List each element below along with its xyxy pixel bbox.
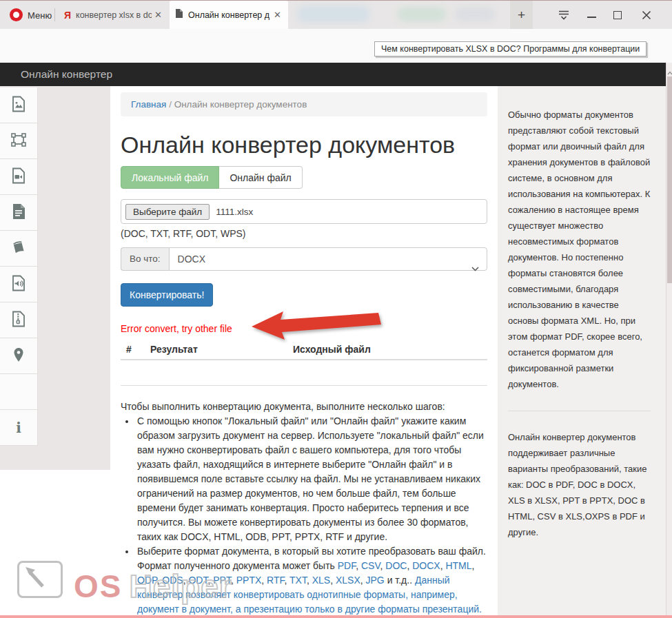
sidebar-item-audio[interactable] [0, 267, 38, 302]
page-scrollbar[interactable] [666, 63, 672, 618]
yandex-favicon-icon: Я [64, 10, 71, 21]
tab-close-icon[interactable]: ✕ [154, 10, 162, 20]
results-table: # Результат Исходный файл [121, 340, 487, 386]
sidebar-item-info[interactable]: i [0, 410, 38, 446]
col-result: Результат [150, 344, 293, 355]
opera-menu-button[interactable]: Меню [28, 10, 52, 21]
info-sidebar: Обычно форматы документов представляют с… [498, 86, 666, 618]
tab-converter-search[interactable]: Я конвертер xlsx в doc ✕ [59, 1, 169, 29]
breadcrumb: Главная / Онлайн конвертер документов [121, 92, 487, 116]
selected-filename: 1111.xlsx [216, 207, 253, 217]
sidebar-item-archives[interactable] [0, 302, 38, 338]
instructions-intro: Чтобы выполнить конвертацию документа, в… [121, 400, 487, 414]
annotation-arrow-icon [250, 308, 385, 345]
sidebar-divider [508, 411, 651, 411]
breadcrumb-home-link[interactable]: Главная [131, 99, 166, 110]
sidebar-item-ebooks[interactable] [0, 231, 38, 267]
site-header: Онлайн конвертер [0, 63, 666, 86]
link-tooltip: Чем конвертировать XLSX в DOC? Программы… [374, 41, 646, 56]
monitor-cursor-icon [17, 561, 63, 598]
audio-file-icon [11, 275, 26, 294]
format-link[interactable]: DOC [385, 560, 407, 571]
tab-local-file[interactable]: Локальный файл [121, 166, 219, 189]
info-icon: i [16, 420, 21, 436]
close-window-button[interactable] [636, 1, 657, 29]
tab-title: Онлайн конвертер д [188, 10, 271, 20]
image-file-icon [11, 96, 26, 115]
ghost-tab [298, 6, 369, 23]
ghost-tab [398, 7, 446, 21]
minimize-button[interactable] [581, 1, 602, 29]
tab-menu-icon[interactable] [558, 10, 569, 23]
sidebar-item-documents[interactable] [0, 195, 38, 231]
format-select-value: DOCX [178, 254, 205, 265]
location-pin-icon [12, 347, 25, 365]
watermark-os-text: OS [74, 568, 122, 605]
col-source-file: Исходный файл [293, 344, 482, 355]
opera-logo-icon[interactable] [10, 8, 23, 21]
sidebar-item-images[interactable] [0, 87, 38, 123]
tab-close-icon[interactable]: ✕ [274, 10, 281, 20]
breadcrumb-current: Онлайн конвертер документов [174, 99, 307, 110]
format-link[interactable]: HTML [445, 560, 471, 571]
ghost-tab [455, 7, 495, 21]
maximize-button[interactable] [607, 1, 628, 29]
page-favicon-icon [175, 8, 183, 21]
sidebar-item-video[interactable] [0, 159, 38, 195]
convert-to-group: Во что: DOCX [121, 247, 487, 271]
format-select[interactable]: DOCX [169, 247, 487, 271]
vector-graphics-icon [10, 132, 27, 150]
format-link[interactable]: XLS [312, 575, 330, 586]
formats-hint: (DOC, TXT, RTF, ODT, WPS) [121, 228, 498, 239]
scrollbar-thumb[interactable] [667, 76, 672, 283]
sidebar-paragraph-1: Обычно форматы документов представляют с… [508, 107, 651, 392]
results-table-empty-row [121, 360, 487, 386]
archive-file-icon [11, 311, 26, 330]
file-input[interactable]: Выберите файл 1111.xlsx [121, 199, 487, 224]
format-link[interactable]: PDF [338, 560, 356, 571]
sidebar-item-vector[interactable] [0, 123, 38, 159]
document-file-icon [11, 203, 26, 223]
sidebar-item-empty [0, 374, 38, 410]
format-link[interactable]: RTF [267, 575, 284, 586]
tabbar-divider [54, 8, 55, 21]
ebook-icon [10, 239, 27, 258]
format-link[interactable]: DOCX [412, 560, 440, 571]
tab-online-converter-active[interactable]: Онлайн конвертер д ✕ [170, 1, 288, 29]
instructions-bullet-1: С помощью кнопок "Локальный файл" или "О… [136, 414, 487, 544]
video-file-icon [11, 167, 26, 187]
convert-to-label: Во что: [121, 247, 169, 271]
browser-window: Меню Я конвертер xlsx в doc ✕ Онлайн кон… [0, 0, 672, 618]
watermark-helper-text: Helper [129, 568, 232, 605]
category-sidebar: i [0, 87, 38, 446]
tab-bar: Меню Я конвертер xlsx в doc ✕ Онлайн кон… [0, 1, 672, 29]
sidebar-item-location[interactable] [0, 338, 38, 374]
bottom-accent-line [0, 615, 672, 618]
page-title: Онлайн конвертер документов [121, 132, 498, 158]
col-number: # [126, 344, 150, 355]
convert-button[interactable]: Конвертировать! [121, 283, 213, 307]
tab-title: конвертер xlsx в doc [76, 10, 152, 20]
watermark: OS Helper [17, 561, 232, 618]
new-tab-button[interactable]: + [510, 1, 533, 29]
site-title: Онлайн конвертер [21, 63, 666, 86]
tab-online-file[interactable]: Онлайн файл [219, 166, 302, 189]
breadcrumb-separator: / [166, 99, 174, 110]
format-link[interactable]: JPG [366, 575, 385, 586]
format-link[interactable]: XLSX [336, 575, 360, 586]
format-link[interactable]: TXT [289, 575, 307, 586]
source-tabs: Локальный файл Онлайн файл [121, 166, 498, 189]
main-content: Главная / Онлайн конвертер документов Он… [110, 86, 498, 618]
chevron-down-icon [471, 257, 479, 279]
format-link[interactable]: PPTX [236, 575, 262, 586]
format-link[interactable]: CSV [361, 560, 380, 571]
choose-file-button[interactable]: Выберите файл [125, 204, 210, 220]
sidebar-paragraph-2: Онлайн конвертер документов поддерживает… [508, 429, 651, 540]
